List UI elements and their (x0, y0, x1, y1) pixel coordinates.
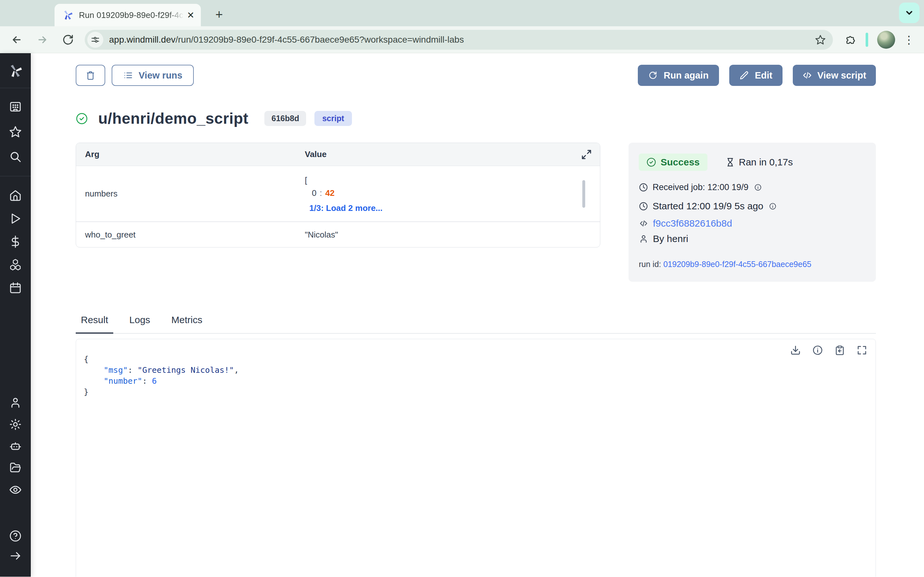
avatar[interactable] (877, 31, 895, 49)
tab-result[interactable]: Result (76, 314, 113, 333)
sidebar-item-workers[interactable] (9, 440, 22, 453)
tab-close-icon[interactable]: ✕ (187, 10, 194, 21)
refresh-icon (648, 71, 658, 80)
run-duration: Ran in 0,17s (725, 157, 793, 168)
run-id-line: run id: 019209b9-89e0-f29f-4c55-667baece… (639, 259, 866, 269)
profile-separator (866, 33, 868, 47)
script-hash-link[interactable]: f9cc3f6882616b8d (653, 218, 732, 229)
url-path: /run/019209b9-89e0-f29f-4c55-667baece9e6… (176, 35, 464, 45)
script-type-badge: script (314, 111, 352, 126)
fullscreen-icon[interactable] (857, 345, 867, 356)
reload-icon[interactable] (62, 34, 74, 45)
args-table: Arg Value numbers [ 0:42 1/3: Load 2 mor… (76, 143, 600, 247)
sidebar-item-apps[interactable] (9, 100, 22, 113)
sidebar-item-users[interactable] (9, 396, 22, 409)
site-settings-button[interactable] (87, 32, 103, 48)
json-open-brace: { (84, 354, 876, 365)
sidebar-divider (0, 176, 31, 176)
user-icon (639, 234, 648, 243)
args-table-header: Arg Value (76, 143, 600, 166)
pencil-icon (740, 71, 749, 80)
result-json[interactable]: { "msg": "Greetings Nicolas!", "number":… (76, 339, 876, 398)
status-badge: Success (639, 153, 708, 171)
info-icon[interactable] (754, 184, 762, 191)
json-close-brace: } (84, 387, 876, 398)
tab-logs[interactable]: Logs (124, 314, 155, 333)
eye-icon[interactable] (9, 484, 22, 496)
arg-value: "Nicolas" (296, 230, 600, 240)
code-icon (803, 71, 812, 80)
value-column-header: Value (296, 149, 600, 159)
expand-args-icon[interactable] (581, 149, 592, 160)
back-icon[interactable] (11, 34, 23, 45)
arg-name: numbers (76, 189, 296, 199)
result-tabs: Result Logs Metrics (76, 314, 876, 334)
run-id-link[interactable]: 019209b9-89e0-f29f-4c55-667baece9e65 (663, 259, 811, 269)
windmill-favicon (62, 10, 73, 21)
view-runs-label: View runs (139, 70, 182, 81)
url-text[interactable]: app.windmill.dev/run/019209b9-89e0-f29f-… (109, 35, 815, 45)
sidebar-item-home[interactable] (9, 189, 22, 202)
json-bracket[interactable]: [ (305, 174, 600, 187)
delete-run-button[interactable] (76, 65, 105, 86)
bookmark-star-icon[interactable] (815, 34, 826, 45)
received-line: Received job: 12:00 19/9 (639, 182, 866, 192)
sidebar-item-favorites[interactable] (9, 125, 22, 138)
view-script-button[interactable]: View script (793, 65, 876, 86)
sidebar-divider (0, 88, 31, 88)
sidebar-item-resources[interactable] (9, 258, 22, 271)
run-again-button[interactable]: Run again (638, 65, 719, 86)
hourglass-icon (725, 157, 735, 167)
gear-icon[interactable] (9, 418, 22, 431)
search-icon[interactable] (9, 150, 22, 163)
url-domain: app.windmill.dev (109, 35, 176, 45)
help-icon[interactable] (9, 530, 22, 542)
status-panel: Success Ran in 0,17s Received job: 12:00… (628, 143, 876, 282)
sidebar-item-runs[interactable] (9, 212, 22, 225)
view-runs-button[interactable]: View runs (111, 65, 194, 86)
clock-icon (639, 183, 648, 192)
received-label: Received job: 12:00 19/9 (653, 182, 748, 192)
script-hash-line: f9cc3f6882616b8d (639, 218, 866, 229)
browser-tab[interactable]: Run 019209b9-89e0-f29f-4c ✕ (55, 4, 201, 26)
info-icon[interactable] (769, 203, 776, 210)
check-circle-icon (646, 157, 656, 167)
browser-tabstrip: Run 019209b9-89e0-f29f-4c ✕ + (0, 0, 924, 26)
duration-label: Ran in 0,17s (739, 157, 793, 168)
code-icon (639, 219, 648, 228)
trash-icon (86, 71, 95, 80)
folder-icon[interactable] (9, 462, 22, 474)
address-bar[interactable]: app.windmill.dev/run/019209b9-89e0-f29f-… (85, 30, 833, 50)
copy-to-clipboard-icon[interactable] (835, 345, 845, 356)
view-script-label: View script (817, 70, 866, 81)
author-line: By henri (639, 234, 866, 244)
started-line: Started 12:00 19/9 5s ago (639, 201, 866, 211)
run-again-label: Run again (664, 70, 708, 81)
new-tab-button[interactable]: + (209, 5, 229, 24)
download-icon[interactable] (790, 345, 801, 356)
json-index: 0 (312, 188, 317, 198)
edit-label: Edit (755, 70, 772, 81)
sidebar-item-variables[interactable] (9, 235, 22, 248)
edit-button[interactable]: Edit (729, 65, 783, 86)
main-content: View runs Run again Edit View script (31, 53, 924, 577)
page-title: u/henri/demo_script (98, 110, 248, 127)
windmill-logo-icon[interactable] (8, 63, 23, 78)
started-label: Started 12:00 19/9 5s ago (653, 201, 763, 211)
value-scrollbar[interactable] (582, 180, 585, 208)
list-icon (123, 71, 133, 80)
table-row: who_to_greet "Nicolas" (76, 222, 600, 247)
browser-menu-icon[interactable]: ⋮ (903, 34, 914, 45)
script-hash-badge[interactable]: 616b8d (264, 111, 306, 126)
run-actions-row: View runs Run again Edit View script (76, 65, 876, 86)
sidebar-item-schedules[interactable] (9, 282, 22, 294)
expand-sidebar-icon[interactable] (9, 550, 22, 562)
extensions-icon[interactable] (845, 34, 856, 45)
load-more-link[interactable]: 1/3: Load 2 more... (309, 203, 383, 213)
json-number-value: 42 (325, 188, 334, 198)
chrome-profile-chevron-button[interactable] (899, 3, 919, 23)
info-icon[interactable] (813, 345, 823, 356)
tab-metrics[interactable]: Metrics (166, 314, 208, 333)
arg-name: who_to_greet (76, 230, 296, 240)
author-label: By henri (653, 234, 688, 244)
